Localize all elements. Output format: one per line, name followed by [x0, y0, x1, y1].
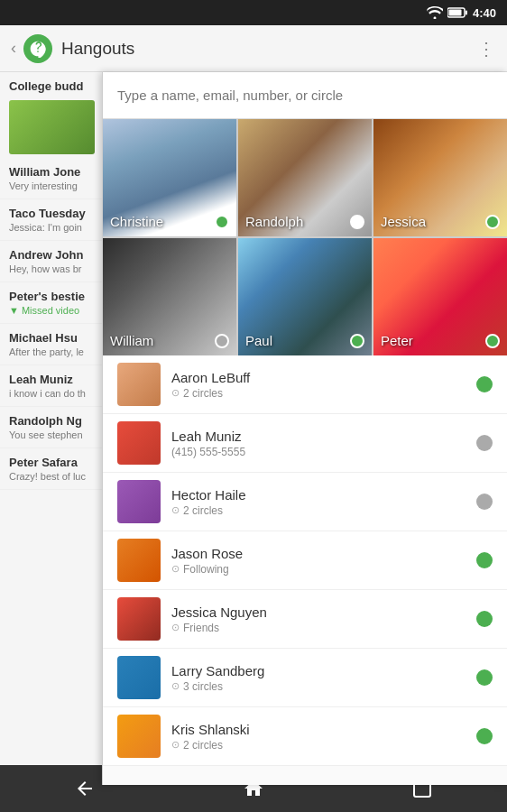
circle-icon: ⊙	[171, 622, 180, 633]
photo-cell-randolph[interactable]: Randolph	[238, 119, 372, 236]
photo-cell-christine[interactable]: Christine	[103, 119, 236, 236]
status-dot	[476, 669, 493, 686]
search-input[interactable]	[117, 88, 493, 103]
chat-preview: Hey, how was br	[9, 263, 95, 274]
photo-label-paul: Paul	[245, 333, 272, 348]
contact-info-jessica: Jessica Nguyen ⊙ Friends	[171, 604, 476, 634]
contact-list: Aaron LeBuff ⊙ 2 circles Leah Muniz (415…	[103, 355, 507, 785]
photo-label-peter: Peter	[381, 333, 413, 348]
list-item[interactable]: Jessica Nguyen ⊙ Friends	[103, 590, 507, 649]
status-dot-william	[215, 334, 229, 348]
photo-grid: Christine Randolph Jessica William Paul …	[103, 119, 507, 355]
list-item[interactable]: Peter Safara Crazy! best of luc	[0, 448, 104, 490]
wifi-icon	[427, 6, 443, 19]
contact-name: Aaron LeBuff	[171, 370, 476, 385]
chat-preview: You see stephen	[9, 429, 95, 440]
status-dot	[476, 494, 493, 510]
photo-cell-peter[interactable]: Peter	[373, 238, 507, 355]
contact-info-jason: Jason Rose ⊙ Following	[171, 546, 476, 576]
hangouts-logo-icon	[29, 40, 47, 58]
svg-rect-2	[466, 11, 467, 15]
list-item[interactable]: William Jone Very interesting	[0, 158, 104, 199]
list-item[interactable]: Andrew John Hey, how was br	[0, 241, 104, 282]
contact-sub: ⊙ 2 circles	[171, 739, 476, 752]
overlay-panel: Christine Randolph Jessica William Paul …	[102, 72, 507, 785]
contact-name: Leah Muniz	[171, 429, 476, 444]
contact-sub-text: (415) 555-5555	[171, 446, 245, 458]
contact-name: Jessica Nguyen	[171, 604, 476, 620]
list-item[interactable]: Taco Tuesday Jessica: I'm goin	[0, 199, 104, 241]
avatar-jason	[117, 539, 161, 582]
contact-sub-text: 3 circles	[183, 680, 223, 693]
svg-rect-1	[448, 10, 461, 16]
avatar-kris	[117, 715, 161, 758]
contact-name-jason: Jason Rose	[171, 546, 476, 561]
menu-dots-icon[interactable]: ⋮	[477, 38, 496, 60]
photo-cell-paul[interactable]: Paul	[238, 238, 372, 355]
chat-name: Andrew John	[9, 248, 95, 262]
contact-sub: ⊙ 2 circles	[171, 387, 476, 400]
list-item[interactable]: Leah Muniz i know i can do th	[0, 365, 104, 407]
back-nav-icon	[74, 778, 96, 799]
app-title: Hangouts	[61, 39, 477, 59]
circle-icon: ⊙	[171, 680, 180, 692]
list-item[interactable]: Aaron LeBuff ⊙ 2 circles	[103, 355, 507, 414]
list-item[interactable]: Kris Shlanski ⊙ 2 circles	[103, 707, 507, 766]
list-item[interactable]: Peter's bestie Missed video	[0, 282, 104, 324]
contact-sub-text: 2 circles	[183, 504, 223, 517]
contact-info-aaron: Aaron LeBuff ⊙ 2 circles	[171, 370, 476, 400]
contact-sub: (415) 555-5555	[171, 446, 476, 458]
photo-label-randolph: Randolph	[245, 214, 303, 229]
contact-sub-text: Following	[183, 563, 229, 576]
circle-icon: ⊙	[171, 504, 180, 516]
photo-label-christine: Christine	[110, 214, 163, 229]
contact-info-hector: Hector Haile ⊙ 2 circles	[171, 487, 476, 517]
battery-icon	[447, 7, 467, 18]
contact-sub-text: Friends	[183, 622, 219, 634]
avatar-aaron	[117, 363, 161, 406]
avatar-larry	[117, 656, 161, 699]
contact-sub-text: 2 circles	[183, 739, 223, 752]
app-logo	[23, 34, 52, 63]
circle-icon: ⊙	[171, 563, 180, 575]
photo-cell-jessica[interactable]: Jessica	[373, 119, 507, 236]
circle-icon: ⊙	[171, 387, 180, 399]
contact-sub: ⊙ Friends	[171, 622, 476, 634]
group-thumbnail[interactable]	[9, 100, 95, 154]
list-item[interactable]: Hector Haile ⊙ 2 circles	[103, 473, 507, 531]
chat-preview: Crazy! best of luc	[9, 471, 95, 482]
list-item[interactable]: Michael Hsu After the party, le	[0, 324, 104, 365]
photo-cell-william[interactable]: William	[103, 238, 236, 355]
status-icons	[427, 6, 467, 19]
contact-name: Kris Shlanski	[171, 722, 476, 737]
contact-sub-text: 2 circles	[183, 387, 223, 400]
status-dot	[476, 611, 493, 627]
left-panel: College budd William Jone Very interesti…	[0, 72, 104, 812]
status-dot-christine	[215, 215, 229, 229]
back-arrow-icon[interactable]: ‹	[11, 39, 16, 58]
list-item[interactable]: Leah Muniz (415) 555-5555	[103, 414, 507, 473]
chat-name: Michael Hsu	[9, 331, 95, 345]
app-bar: ‹ Hangouts ⋮	[0, 25, 507, 72]
status-dot	[476, 728, 493, 744]
list-item[interactable]: Randolph Ng You see stephen	[0, 407, 104, 448]
avatar-jessica-nguyen	[117, 597, 161, 641]
chat-name: Peter's bestie	[9, 290, 95, 303]
status-bar: 4:40	[0, 0, 507, 25]
section-header: College budd	[0, 72, 104, 97]
missed-badge: Missed video	[9, 305, 95, 316]
status-dot	[476, 376, 493, 392]
photo-label-jessica: Jessica	[381, 214, 426, 229]
contact-info-larry: Larry Sandberg ⊙ 3 circles	[171, 663, 476, 693]
search-bar[interactable]	[103, 72, 507, 119]
chat-preview: Very interesting	[9, 180, 95, 191]
status-dot	[476, 435, 493, 451]
chat-preview: i know i can do th	[9, 388, 95, 399]
list-item[interactable]: Larry Sandberg ⊙ 3 circles	[103, 649, 507, 707]
time-display: 4:40	[473, 6, 496, 20]
list-item[interactable]: Jason Rose ⊙ Following	[103, 531, 507, 590]
status-dot-randolph	[350, 215, 364, 229]
status-dot-jessica	[485, 215, 500, 229]
chat-name: William Jone	[9, 165, 95, 179]
chat-name: Leah Muniz	[9, 373, 95, 386]
